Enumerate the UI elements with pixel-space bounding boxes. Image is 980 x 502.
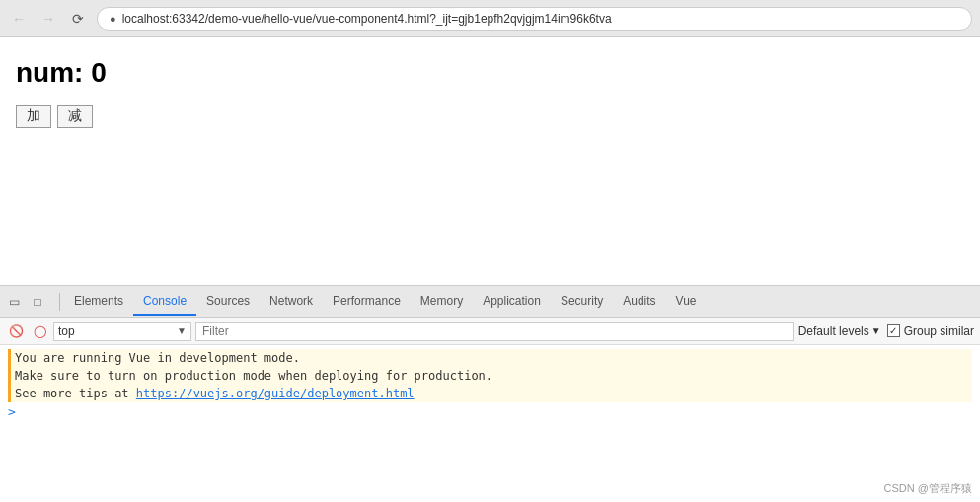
console-message-1: You are running Vue in development mode.… (8, 349, 972, 402)
device-toolbar-icon[interactable]: □ (28, 292, 47, 312)
tab-vue[interactable]: Vue (666, 288, 707, 316)
tab-icon-group: ▭ □ (4, 292, 47, 312)
sub-button[interactable]: 减 (57, 105, 93, 128)
browser-chrome: ← → ⟳ ● localhost:63342/demo-vue/hello-v… (0, 0, 980, 37)
default-levels-label: Default levels (798, 324, 869, 338)
add-button[interactable]: 加 (16, 105, 51, 128)
filter-input[interactable] (195, 322, 794, 341)
tab-memory[interactable]: Memory (411, 288, 473, 316)
tab-sources[interactable]: Sources (196, 288, 260, 316)
tab-console[interactable]: Console (133, 288, 196, 316)
group-similar-checkbox[interactable]: ✓ (887, 324, 900, 337)
toolbar-right: Default levels ▼ ✓ Group similar (798, 324, 974, 338)
watermark: CSDN @管程序猿 (884, 481, 972, 496)
refresh-button[interactable]: ⟳ (67, 8, 89, 30)
context-select-wrapper[interactable]: top ▼ (53, 322, 191, 341)
group-similar-label: Group similar (904, 324, 974, 338)
console-output: You are running Vue in development mode.… (0, 345, 980, 502)
console-message-1-text: You are running Vue in development mode. (15, 351, 300, 365)
default-levels-arrow-icon: ▼ (871, 325, 881, 336)
devtools-tabs-bar: ▭ □ Elements Console Sources Network Per… (0, 286, 980, 318)
num-display: num: 0 (16, 57, 964, 89)
lock-icon: ● (110, 13, 116, 25)
tab-elements[interactable]: Elements (64, 288, 133, 316)
address-bar[interactable]: ● localhost:63342/demo-vue/hello-vue/vue… (97, 7, 972, 31)
inspect-element-icon[interactable]: ▭ (4, 292, 24, 312)
tab-security[interactable]: Security (551, 288, 613, 316)
tab-application[interactable]: Application (473, 288, 551, 316)
url-text: localhost:63342/demo-vue/hello-vue/vue-c… (122, 12, 612, 26)
console-prompt[interactable]: > (8, 402, 972, 421)
context-select[interactable]: top (58, 324, 177, 338)
default-levels-dropdown[interactable]: Default levels ▼ (798, 324, 881, 338)
clear-console-icon[interactable]: 🚫 (6, 322, 26, 341)
devtools-panel: ▭ □ Elements Console Sources Network Per… (0, 285, 980, 502)
console-message-2-text: Make sure to turn on production mode whe… (15, 369, 492, 383)
forward-button[interactable]: → (38, 8, 59, 30)
context-arrow-icon: ▼ (177, 325, 187, 336)
back-button[interactable]: ← (8, 8, 30, 30)
page-content: num: 0 加 减 (0, 37, 980, 285)
console-toolbar: 🚫 ◯ top ▼ Default levels ▼ ✓ Group simil… (0, 318, 980, 345)
button-group: 加 减 (16, 105, 964, 128)
tab-network[interactable]: Network (260, 288, 323, 316)
group-similar-option[interactable]: ✓ Group similar (887, 324, 974, 338)
vue-deployment-link[interactable]: https://vuejs.org/guide/deployment.html (136, 387, 415, 400)
tab-divider (59, 293, 60, 311)
tab-audits[interactable]: Audits (613, 288, 665, 316)
console-message-3-text: See more tips at (15, 387, 136, 400)
stop-recording-icon[interactable]: ◯ (30, 322, 49, 341)
tab-performance[interactable]: Performance (323, 288, 411, 316)
